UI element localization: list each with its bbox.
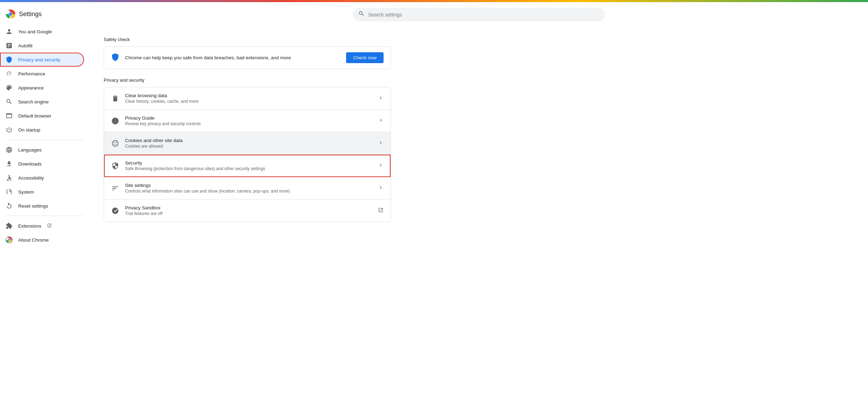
about-icon [6, 236, 13, 243]
sidebar-label-privacy-security: Privacy and security [18, 57, 61, 62]
site-settings-text: Site settings Controls what information … [125, 183, 372, 194]
sidebar-label-reset-settings: Reset settings [18, 203, 48, 209]
sidebar-label-default-browser: Default browser [18, 113, 51, 119]
clear-browsing-arrow-icon [378, 95, 384, 102]
sidebar-item-you-and-google[interactable]: You and Google [0, 25, 84, 39]
settings-list: Clear browsing data Clear history, cooki… [104, 87, 391, 222]
search-input[interactable] [368, 12, 599, 18]
clear-browsing-text: Clear browsing data Clear history, cooki… [125, 93, 372, 104]
security-text: Security Safe Browsing (protection from … [125, 160, 372, 171]
sidebar-label-extensions: Extensions [18, 223, 41, 229]
svg-point-14 [116, 144, 117, 145]
clear-browsing-title: Clear browsing data [125, 93, 372, 98]
settings-item-site-settings[interactable]: Site settings Controls what information … [104, 177, 391, 200]
settings-item-security[interactable]: Security Safe Browsing (protection from … [104, 155, 391, 177]
sidebar-item-search-engine[interactable]: Search engine [0, 95, 84, 109]
svg-point-13 [114, 144, 115, 145]
sidebar-item-performance[interactable]: Performance [0, 67, 84, 81]
sidebar-label-downloads: Downloads [18, 161, 42, 167]
security-icon [111, 162, 119, 170]
settings-item-clear-browsing-data[interactable]: Clear browsing data Clear history, cooki… [104, 87, 391, 110]
privacy-sandbox-title: Privacy Sandbox [125, 205, 372, 210]
sidebar-label-accessibility: Accessibility [18, 175, 44, 181]
sidebar-item-languages[interactable]: Languages [0, 143, 84, 157]
sidebar-item-on-startup[interactable]: On startup [0, 123, 84, 137]
privacy-sandbox-text: Privacy Sandbox Trial features are off [125, 205, 372, 216]
svg-point-12 [116, 142, 117, 143]
extensions-external-icon [47, 223, 52, 229]
sidebar-label-system: System [18, 189, 34, 195]
search-bar [353, 8, 605, 21]
safety-check-title: Safety check [104, 37, 391, 42]
safety-check-card: Chrome can help keep you safe from data … [104, 46, 391, 69]
cookies-title: Cookies and other site data [125, 138, 372, 143]
sidebar-item-reset-settings[interactable]: Reset settings [0, 199, 84, 213]
chrome-logo-icon [6, 9, 15, 19]
svg-point-11 [114, 142, 115, 143]
privacy-section-title: Privacy and security [104, 78, 391, 83]
search-engine-icon [6, 98, 13, 105]
site-settings-icon [111, 184, 119, 193]
sidebar-item-accessibility[interactable]: Accessibility [0, 171, 84, 185]
sidebar-item-system[interactable]: System [0, 185, 84, 199]
search-bar-container [90, 2, 868, 27]
sidebar-label-about-chrome: About Chrome [18, 237, 49, 243]
cookies-subtitle: Cookies are allowed [125, 144, 372, 149]
sidebar-label-autofill: Autofill [18, 43, 33, 48]
privacy-guide-icon [111, 117, 119, 125]
appearance-icon [6, 84, 13, 91]
site-settings-subtitle: Controls what information sites can use … [125, 189, 372, 194]
safety-shield-icon [111, 53, 119, 62]
accessibility-icon [6, 174, 13, 181]
svg-point-9 [8, 239, 10, 241]
security-arrow-icon [378, 162, 384, 169]
settings-item-cookies[interactable]: Cookies and other site data Cookies are … [104, 132, 391, 155]
cookie-icon [111, 139, 119, 148]
nav-divider-2 [6, 216, 84, 216]
app-container: Settings You and Google Autofill Privacy… [0, 2, 868, 404]
sidebar-label-you-and-google: You and Google [18, 29, 52, 34]
main-content: Safety check Chrome can help keep you sa… [90, 2, 868, 404]
sidebar-item-extensions[interactable]: Extensions [0, 219, 84, 233]
privacy-guide-subtitle: Review key privacy and security controls [125, 121, 372, 126]
svg-point-5 [8, 175, 9, 176]
sidebar-label-search-engine: Search engine [18, 99, 49, 105]
privacy-guide-title: Privacy Guide [125, 115, 372, 121]
cookies-arrow-icon [378, 140, 384, 147]
sidebar-item-about-chrome[interactable]: About Chrome [0, 233, 84, 247]
power-icon [6, 126, 13, 133]
sidebar-item-privacy-and-security[interactable]: Privacy and security [0, 53, 84, 67]
search-icon [358, 11, 365, 19]
content-area: Safety check Chrome can help keep you sa… [90, 27, 405, 236]
autofill-icon [6, 42, 13, 49]
reset-icon [6, 202, 13, 209]
nav-divider-1 [6, 140, 84, 140]
system-icon [6, 188, 13, 195]
security-subtitle: Safe Browsing (protection from dangerous… [125, 166, 372, 171]
sidebar: Settings You and Google Autofill Privacy… [0, 2, 90, 404]
svg-point-4 [9, 13, 12, 15]
sidebar-item-default-browser[interactable]: Default browser [0, 109, 84, 123]
sidebar-label-performance: Performance [18, 71, 45, 76]
cookies-text: Cookies and other site data Cookies are … [125, 138, 372, 149]
sidebar-label-on-startup: On startup [18, 127, 40, 133]
sidebar-label-languages: Languages [18, 147, 42, 153]
site-settings-title: Site settings [125, 183, 372, 188]
sidebar-item-appearance[interactable]: Appearance [0, 81, 84, 95]
download-icon [6, 160, 13, 167]
sidebar-item-downloads[interactable]: Downloads [0, 157, 84, 171]
settings-item-privacy-guide[interactable]: Privacy Guide Review key privacy and sec… [104, 110, 391, 132]
app-title: Settings [19, 11, 42, 18]
language-icon [6, 146, 13, 153]
sidebar-item-autofill[interactable]: Autofill [0, 39, 84, 53]
extension-icon [6, 222, 13, 229]
clear-browsing-subtitle: Clear history, cookies, cache, and more [125, 99, 372, 104]
check-now-button[interactable]: Check now [346, 52, 384, 63]
sidebar-header: Settings [0, 5, 90, 25]
performance-icon [6, 70, 13, 77]
privacy-sandbox-icon [111, 207, 119, 215]
safety-check-description: Chrome can help keep you safe from data … [125, 55, 340, 60]
sidebar-label-appearance: Appearance [18, 85, 44, 90]
settings-item-privacy-sandbox[interactable]: Privacy Sandbox Trial features are off [104, 200, 391, 222]
security-title: Security [125, 160, 372, 166]
